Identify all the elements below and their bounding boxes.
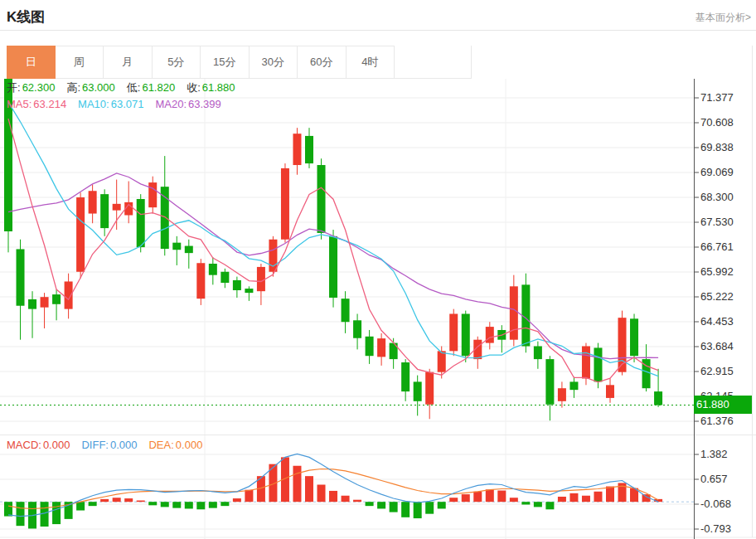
legend-item: MA20:63.399 [155,98,220,110]
chart-area: 71.37770.60869.83869.06968.30067.53066.7… [0,79,756,539]
ma-legend: MA5:63.214MA10:63.071MA20:63.399 [7,98,233,110]
price-axis-label: 70.608 [700,116,734,129]
diff-line [8,454,658,516]
last-price-badge: 61.880 [694,396,753,414]
price-axis: 71.37770.60869.83869.06968.30067.53066.7… [694,79,734,435]
legend-item: 高:63.000 [66,81,114,94]
tab-月[interactable]: 月 [104,46,153,79]
tab-周[interactable]: 周 [56,46,104,79]
page-header: K线图 基本面分析> [0,0,756,31]
legend-item: 开:62.300 [7,81,55,94]
macd-axis-label: -0.068 [700,498,731,510]
panel-right-border [752,46,753,537]
price-axis-label: 65.222 [700,290,734,303]
interval-tab-bar: 日周月5分15分30分60分4时 [7,46,472,79]
price-axis-label: 65.992 [700,265,734,278]
dea-line [8,469,658,509]
legend-item: MA5:63.214 [7,98,66,110]
macd-axis-label: 0.657 [700,473,728,485]
candles-layer [4,79,662,420]
macd-axis: 1.3820.657-0.068-0.793 [694,435,731,539]
candlestick-chart[interactable]: 71.37770.60869.83869.06968.30067.53066.7… [0,79,756,435]
legend-item: DEA:0.000 [148,439,202,451]
price-axis-label: 63.684 [700,340,734,352]
price-axis-label: 71.377 [700,91,734,104]
ohlc-legend: 开:62.300高:63.000低:61.820收:61.880 [7,80,247,95]
legend-item: 低:61.820 [127,81,175,94]
price-axis-label: 69.069 [700,166,734,178]
tab-15分[interactable]: 15分 [201,46,250,79]
legend-item: MA10:63.071 [78,98,143,110]
macd-legend: MACD:0.000DIFF:0.000DEA:0.000 [7,439,214,451]
price-axis-label: 61.376 [700,415,734,427]
macd-axis-label: -0.793 [700,522,731,535]
legend-item: DIFF:0.000 [81,439,137,451]
legend-item: MACD:0.000 [7,439,70,451]
macd-axis-label: 1.382 [700,448,728,460]
tab-日[interactable]: 日 [7,46,56,79]
price-axis-label: 64.453 [700,315,734,328]
tab-60分[interactable]: 60分 [298,46,346,79]
price-axis-label: 68.300 [700,191,734,203]
legend-item: 收:61.880 [187,81,235,94]
price-axis-label: 66.761 [700,240,734,253]
tab-30分[interactable]: 30分 [250,46,298,79]
tab-4时[interactable]: 4时 [346,46,395,79]
price-axis-label: 62.915 [700,365,734,377]
price-axis-label: 69.838 [700,141,734,153]
fundamental-analysis-link[interactable]: 基本面分析> [695,11,751,25]
page-title: K线图 [0,0,45,27]
tab-5分[interactable]: 5分 [153,46,201,79]
price-axis-label: 67.530 [700,216,734,228]
